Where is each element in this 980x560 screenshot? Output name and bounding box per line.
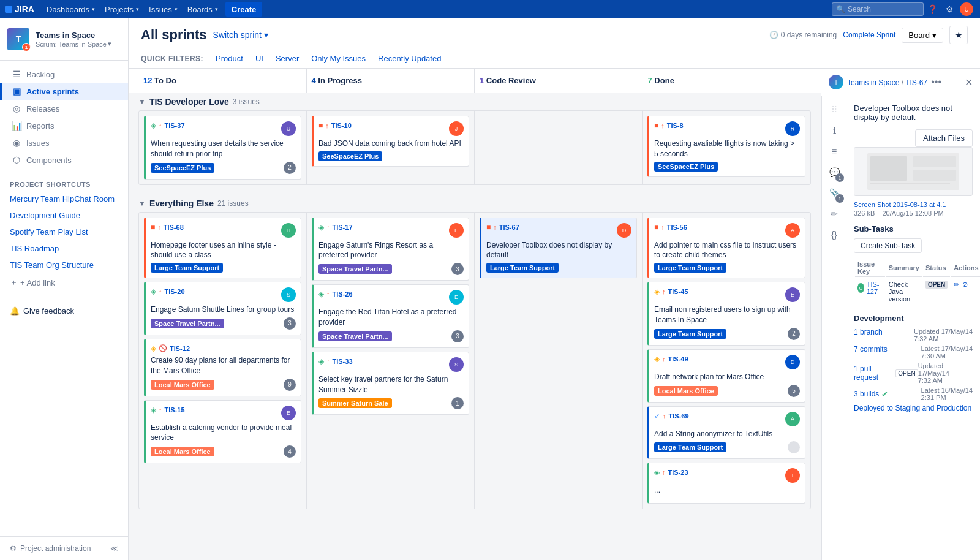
card-avatar: E [449,290,464,305]
swimlane-header-1[interactable]: ▼ Everything Else 21 issues [138,195,811,212]
close-panel-button[interactable]: ✕ [965,77,973,88]
card-tis-69[interactable]: ✓ ↑ TIS-69 A Add a String anonymizer to … [647,406,805,460]
feedback-icon: 🔔 [10,306,20,316]
nav-projects[interactable]: Projects ▾ [100,0,144,18]
give-feedback-item[interactable]: 🔔 Give feedback [0,301,128,320]
switch-sprint-button[interactable]: Switch sprint ▾ [213,30,268,40]
active-sprints-icon: ▣ [12,86,21,96]
main-header-actions: 🕐 0 days remaining Complete Sprint Board… [769,26,968,44]
panel-edit-icon[interactable]: ✏ [826,205,843,222]
nav-issues[interactable]: Issues ▾ [144,0,183,18]
branch-link[interactable]: 1 branch [854,328,883,342]
bug-icon: ■ [654,223,658,232]
priority-icon: ↑ [326,290,330,298]
shortcut-tis-roadmap[interactable]: TIS Roadmap [0,240,128,257]
qf-ui[interactable]: UI [249,51,270,66]
panel-comment-icon[interactable]: 💬 1 [826,164,843,181]
card-tis-23[interactable]: ◈ ↑ TIS-23 T ... [647,463,805,504]
project-avatar: T 1 [7,28,29,50]
builds-link[interactable]: 3 builds [854,390,879,398]
subtask-key-link[interactable]: TIS-127 [867,281,883,295]
star-button[interactable]: ★ [949,26,968,44]
avatar[interactable]: U [958,1,975,18]
card-tis-68[interactable]: ■ ↑ TIS-68 H Homepage footer uses an inl… [144,218,301,279]
search-box[interactable]: 🔍 [832,2,924,16]
project-admin-item[interactable]: ⚙ Project administration ≪ [0,536,128,560]
nav-boards[interactable]: Boards ▾ [183,0,223,18]
sidebar-item-releases[interactable]: ◎ Releases [0,100,128,117]
panel-code-icon[interactable]: {} [826,226,843,243]
story-icon: ◈ [151,406,156,414]
board: 12 To Do 4 In Progress 1 Code Review [129,69,821,560]
card-tis-10[interactable]: ■ ↑ TIS-10 J Bad JSON data coming back f… [312,116,469,167]
sidebar-item-active-sprints[interactable]: ▣ Active sprints [0,83,128,100]
panel-breadcrumb: Teams in Space / TIS-67 [847,78,927,87]
card-tis-12[interactable]: ◈ 🚫 TIS-12 Create 90 day plans for all d… [144,339,301,396]
add-link-button[interactable]: ＋ + Add link [0,273,128,292]
card-tis-56[interactable]: ■ ↑ TIS-56 A Add pointer to main css fil… [647,218,805,279]
edit-action-icon[interactable]: ✏ [954,281,959,288]
jira-logo[interactable]: JIRA [5,4,37,15]
card-tis-8[interactable]: ■ ↑ TIS-8 R Requesting avaliable flights… [647,116,805,177]
card-tis-49[interactable]: ◈ ↑ TIS-49 D Draft network plan for Mars… [647,349,805,403]
sidebar-item-components[interactable]: ⬡ Components [0,151,128,168]
card-tis-67[interactable]: ■ ↑ TIS-67 D Developer Toolbox does not … [480,218,637,279]
swimlane-header-0[interactable]: ▼ TIS Developer Love 3 issues [138,93,811,110]
sub-tasks-section: Sub-Tasks Create Sub-Task Issue Key Summ… [854,224,973,306]
shortcut-dev-guide[interactable]: Development Guide [0,207,128,224]
help-icon[interactable]: ❓ [924,1,941,18]
story-icon: ◈ [318,357,324,366]
reports-icon: 📊 [12,121,21,131]
dev-section-title: Development [854,314,973,323]
card-tis-20[interactable]: ◈ ↑ TIS-20 S Engage Saturn Shuttle Lines… [144,282,301,335]
story-icon: ◈ [151,287,156,296]
search-input[interactable] [848,5,915,13]
qf-only-my-issues[interactable]: Only My Issues [305,51,372,66]
board-button[interactable]: Board ▾ [902,28,943,43]
pr-link[interactable]: 1 pull request [854,365,893,382]
qf-server[interactable]: Server [270,51,305,66]
sidebar-item-issues[interactable]: ◉ Issues [0,134,128,151]
subtask-avatar: U [858,283,864,293]
comment-count: 1 [835,173,844,182]
panel-info-icon[interactable]: ℹ [826,122,843,139]
panel-issue-key-link[interactable]: TIS-67 [905,78,927,87]
complete-sprint-button[interactable]: Complete Sprint [843,31,895,39]
swimlane-title-0: TIS Developer Love [149,97,229,107]
shortcut-spotify[interactable]: Spotify Team Play List [0,224,128,240]
main-content: All sprints Switch sprint ▾ 🕐 0 days rem… [129,18,980,560]
card-tis-26[interactable]: ◈ ↑ TIS-26 E Engage the Red Titan Hotel … [312,284,469,348]
card-avatar: H [281,223,296,238]
panel-project-link[interactable]: Teams in Space [847,78,899,87]
card-tis-45[interactable]: ◈ ↑ TIS-45 E Email non registered users … [647,282,805,346]
delete-action-icon[interactable]: ⊘ [962,281,968,288]
qf-product[interactable]: Product [209,51,249,66]
shortcut-mercury[interactable]: Mercury Team HipChat Room [0,191,128,207]
issues-icon: ◉ [12,138,21,148]
top-nav: JIRA Dashboards ▾ Projects ▾ Issues ▾ Bo… [0,0,980,18]
attach-files-button[interactable]: Attach Files [915,129,973,147]
sidebar-item-reports[interactable]: 📊 Reports [0,117,128,134]
qf-recently-updated[interactable]: Recently Updated [372,51,447,66]
panel-list-icon[interactable]: ≡ [826,143,843,160]
swimlane-1: ▼ Everything Else 21 issues [138,195,811,510]
card-tis-33[interactable]: ◈ ↑ TIS-33 S Select key travel partners … [312,352,469,415]
priority-icon: ↑ [159,406,162,414]
card-avatar: E [785,287,800,302]
nav-dashboards[interactable]: Dashboards ▾ [42,0,100,18]
card-tis-17[interactable]: ◈ ↑ TIS-17 E Engage Saturn's Rings Resor… [312,218,469,281]
card-tis-15[interactable]: ◈ ↑ TIS-15 E Establish a catering vendor… [144,400,301,464]
create-subtask-button[interactable]: Create Sub-Task [854,238,922,253]
sidebar-item-backlog[interactable]: ☰ Backlog [0,66,128,83]
more-options-button[interactable]: ••• [931,77,941,88]
priority-icon: ↑ [663,412,666,420]
card-tis-37[interactable]: ◈ ↑ TIS-37 U When requesting user detail… [144,116,301,180]
screenshot-name[interactable]: Screen Shot 2015-08-13 at 4.1 [854,201,973,208]
settings-icon[interactable]: ⚙ [941,1,958,18]
project-name: Teams in Space [36,31,111,40]
create-button[interactable]: Create [225,2,262,17]
commits-link[interactable]: 7 commits [854,345,888,360]
screenshot-thumbnail [854,147,973,196]
shortcut-tis-org[interactable]: TIS Team Org Structure [0,257,128,273]
panel-attachment-icon[interactable]: 📎 1 [826,184,843,202]
